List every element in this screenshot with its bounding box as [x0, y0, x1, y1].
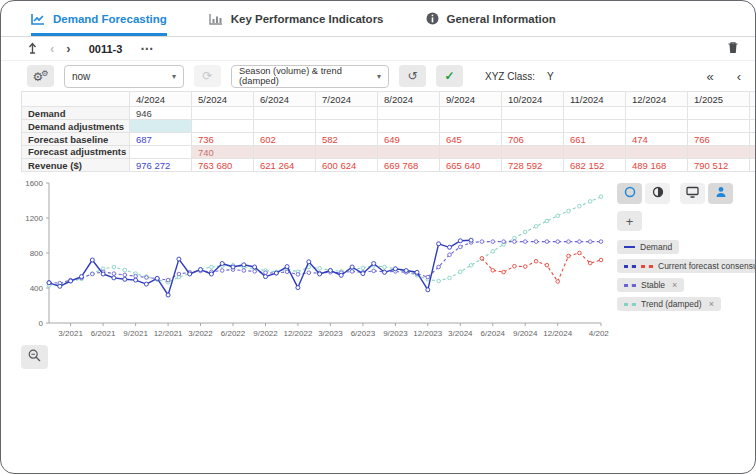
table-cell[interactable]	[130, 146, 192, 159]
table-cell[interactable]	[564, 120, 626, 133]
monitor-view-button[interactable]	[680, 183, 705, 204]
table-cell[interactable]: 621 264	[254, 159, 316, 172]
column-header[interactable]: 7/2024	[316, 92, 378, 107]
column-header[interactable]: 1/2025	[688, 92, 750, 107]
close-icon[interactable]: ×	[709, 299, 714, 309]
table-cell[interactable]	[750, 120, 756, 133]
table-cell[interactable]: 6	[750, 159, 756, 172]
tab-general-information[interactable]: General Information	[426, 1, 556, 36]
table-cell[interactable]	[440, 107, 502, 120]
forecast-chart[interactable]: 0400800120016003/20216/20219/202112/2021…	[17, 175, 609, 345]
table-cell[interactable]	[564, 107, 626, 120]
table-cell[interactable]	[502, 120, 564, 133]
table-cell[interactable]: 661	[564, 133, 626, 146]
table-cell[interactable]: 687	[130, 133, 192, 146]
table-cell[interactable]: 489 168	[626, 159, 688, 172]
circle-icon	[624, 186, 636, 201]
table-cell[interactable]	[440, 120, 502, 133]
table-cell[interactable]	[254, 120, 316, 133]
table-cell[interactable]	[192, 120, 254, 133]
table-cell[interactable]	[688, 146, 750, 159]
table-cell[interactable]: 706	[502, 133, 564, 146]
table-cell[interactable]: 665 640	[440, 159, 502, 172]
table-cell[interactable]: 790 512	[688, 159, 750, 172]
column-header[interactable]: 5/2024	[192, 92, 254, 107]
table-cell[interactable]: 736	[192, 133, 254, 146]
trash-icon[interactable]	[727, 40, 739, 58]
person-icon	[715, 186, 727, 201]
legend-chip[interactable]: Current forecast consensus	[617, 259, 756, 273]
column-header[interactable]: 11/2024	[564, 92, 626, 107]
table-cell[interactable]: 669 768	[378, 159, 440, 172]
column-header[interactable]: 4/2024	[130, 92, 192, 107]
tab-demand-forecasting[interactable]: Demand Forecasting	[31, 1, 167, 36]
table-cell[interactable]	[378, 107, 440, 120]
table-cell[interactable]	[564, 146, 626, 159]
table-cell[interactable]: 474	[626, 133, 688, 146]
table-cell[interactable]	[316, 107, 378, 120]
undo-button[interactable]: ↺	[399, 65, 426, 87]
legend-chip[interactable]: Trend (damped)×	[617, 297, 721, 311]
level-up-icon[interactable]	[27, 42, 38, 56]
prev-page-icon[interactable]: ‹	[737, 69, 741, 84]
table-cell[interactable]	[688, 107, 750, 120]
table-cell[interactable]: 649	[378, 133, 440, 146]
column-header[interactable]: 6/2024	[254, 92, 316, 107]
first-page-icon[interactable]: «	[706, 69, 712, 84]
column-header[interactable]: 9/2024	[440, 92, 502, 107]
table-cell[interactable]: 600 624	[316, 159, 378, 172]
table-cell[interactable]	[626, 107, 688, 120]
table-cell[interactable]: 763 680	[192, 159, 254, 172]
table-cell[interactable]	[502, 146, 564, 159]
table-cell[interactable]: 976 272	[130, 159, 192, 172]
table-cell[interactable]: 645	[440, 133, 502, 146]
legend-chip[interactable]: Demand	[617, 240, 679, 254]
legend-chip[interactable]: Stable×	[617, 278, 684, 292]
table-cell[interactable]: 740	[192, 146, 254, 159]
prev-item-icon[interactable]: ‹	[50, 42, 54, 55]
table-cell[interactable]: 946	[130, 107, 192, 120]
contrast-view-button[interactable]	[645, 183, 670, 204]
tab-key-performance-indicators[interactable]: Key Performance Indicators	[209, 1, 384, 36]
column-header[interactable]: 2/2025	[750, 92, 756, 107]
table-cell[interactable]: 682 152	[564, 159, 626, 172]
scenario-dropdown[interactable]: now ▾	[64, 65, 184, 88]
table-cell[interactable]	[502, 107, 564, 120]
model-dropdown[interactable]: Season (volume) & trend (damped) ▾	[231, 65, 389, 88]
svg-text:9/2023: 9/2023	[383, 329, 408, 338]
table-cell[interactable]: 6	[750, 133, 756, 146]
confirm-button[interactable]: ✓	[436, 65, 463, 87]
table-cell[interactable]	[254, 146, 316, 159]
person-view-button[interactable]	[708, 183, 733, 204]
add-series-button[interactable]: +	[617, 211, 642, 231]
table-cell[interactable]	[378, 120, 440, 133]
circle-view-button[interactable]	[617, 183, 642, 204]
table-cell[interactable]	[316, 120, 378, 133]
table-cell[interactable]: 766	[688, 133, 750, 146]
zoom-out-button[interactable]	[21, 345, 48, 369]
column-header[interactable]: 12/2024	[626, 92, 688, 107]
table-cell[interactable]	[316, 146, 378, 159]
row-label-header	[22, 92, 130, 107]
table-cell[interactable]: 728 592	[502, 159, 564, 172]
table-cell[interactable]	[626, 146, 688, 159]
table-cell[interactable]	[626, 120, 688, 133]
table-cell[interactable]	[378, 146, 440, 159]
settings-button[interactable]: ⚙⚙	[27, 65, 54, 87]
table-cell[interactable]	[688, 120, 750, 133]
next-item-icon[interactable]: ›	[66, 42, 70, 55]
column-header[interactable]: 8/2024	[378, 92, 440, 107]
table-cell[interactable]	[192, 107, 254, 120]
refresh-button[interactable]: ⟳	[194, 65, 221, 87]
table-cell[interactable]	[440, 146, 502, 159]
table-cell[interactable]: 582	[316, 133, 378, 146]
table-cell[interactable]	[254, 107, 316, 120]
table-cell[interactable]: 602	[254, 133, 316, 146]
table-cell[interactable]	[750, 107, 756, 120]
close-icon[interactable]: ×	[672, 280, 677, 290]
series-swatch	[624, 246, 635, 248]
more-options-icon[interactable]: ⋯	[140, 41, 154, 56]
table-cell[interactable]	[130, 120, 192, 133]
table-cell[interactable]	[750, 146, 756, 159]
column-header[interactable]: 10/2024	[502, 92, 564, 107]
